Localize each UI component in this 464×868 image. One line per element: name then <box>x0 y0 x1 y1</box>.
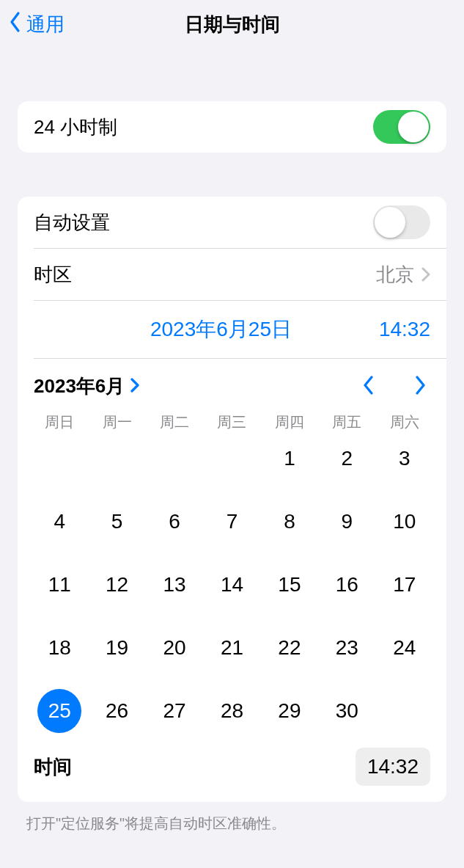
next-month-button[interactable] <box>414 376 426 398</box>
24h-clock-label: 24 小时制 <box>34 114 117 140</box>
calendar-day[interactable]: 7 <box>210 500 254 544</box>
calendar-day[interactable]: 18 <box>37 626 81 670</box>
auto-set-row: 自动设置 <box>18 197 446 248</box>
chevron-right-icon <box>125 375 139 398</box>
calendar-day[interactable]: 17 <box>383 563 427 607</box>
calendar-day[interactable]: 2 <box>325 437 369 481</box>
chevron-left-icon <box>9 11 26 38</box>
calendar-day[interactable]: 13 <box>152 563 196 607</box>
month-label: 2023年6月 <box>34 373 125 399</box>
timezone-row[interactable]: 时区 北京 <box>18 249 446 300</box>
nav-back-button[interactable]: 通用 <box>0 11 65 38</box>
month-picker-button[interactable]: 2023年6月 <box>34 373 139 399</box>
calendar-day[interactable]: 14 <box>210 563 254 607</box>
weekday-header: 周一 <box>88 412 145 432</box>
calendar-day[interactable]: 4 <box>37 500 81 544</box>
weekday-header: 周二 <box>146 412 203 432</box>
timezone-value: 北京 <box>376 262 414 288</box>
calendar-day[interactable]: 20 <box>152 626 196 670</box>
calendar-day[interactable]: 1 <box>268 437 312 481</box>
calendar-day[interactable]: 27 <box>152 689 196 733</box>
calendar-day[interactable]: 11 <box>37 563 81 607</box>
calendar-day[interactable]: 19 <box>95 626 139 670</box>
chevron-right-icon <box>421 267 430 282</box>
24h-clock-toggle[interactable] <box>373 110 430 144</box>
weekday-header: 周日 <box>31 412 88 432</box>
calendar-day[interactable]: 8 <box>268 500 312 544</box>
footer-note: 打开"定位服务"将提高自动时区准确性。 <box>0 802 464 834</box>
calendar-day[interactable]: 24 <box>383 626 427 670</box>
calendar-day[interactable]: 26 <box>95 689 139 733</box>
prev-month-button[interactable] <box>363 376 375 398</box>
calendar-day[interactable]: 9 <box>325 500 369 544</box>
nav-back-label: 通用 <box>26 12 65 37</box>
calendar-day[interactable]: 30 <box>325 689 369 733</box>
auto-set-label: 自动设置 <box>34 210 110 236</box>
calendar-day[interactable]: 23 <box>325 626 369 670</box>
calendar-day[interactable]: 21 <box>210 626 254 670</box>
selected-date-button[interactable]: 2023年6月25日 <box>34 316 379 343</box>
time-picker-button[interactable]: 14:32 <box>356 748 430 786</box>
weekday-header: 周五 <box>318 412 375 432</box>
calendar-day[interactable]: 28 <box>210 689 254 733</box>
page-title: 日期与时间 <box>0 12 464 37</box>
24h-clock-row: 24 小时制 <box>18 101 446 153</box>
weekday-header: 周三 <box>203 412 260 432</box>
calendar-day[interactable]: 12 <box>95 563 139 607</box>
calendar-day[interactable]: 6 <box>152 500 196 544</box>
timezone-label: 时区 <box>34 262 72 288</box>
calendar-day[interactable]: 3 <box>383 437 427 481</box>
calendar-day[interactable]: 15 <box>268 563 312 607</box>
weekday-header: 周四 <box>261 412 318 432</box>
auto-set-toggle[interactable] <box>373 205 430 239</box>
weekday-header: 周六 <box>376 412 433 432</box>
calendar-day[interactable]: 22 <box>268 626 312 670</box>
selected-time-button[interactable]: 14:32 <box>379 318 430 341</box>
calendar-day[interactable]: 25 <box>37 689 81 733</box>
calendar-day[interactable]: 5 <box>95 500 139 544</box>
calendar-day[interactable]: 10 <box>383 500 427 544</box>
calendar-day[interactable]: 29 <box>268 689 312 733</box>
time-label: 时间 <box>34 754 72 780</box>
calendar-day[interactable]: 16 <box>325 563 369 607</box>
